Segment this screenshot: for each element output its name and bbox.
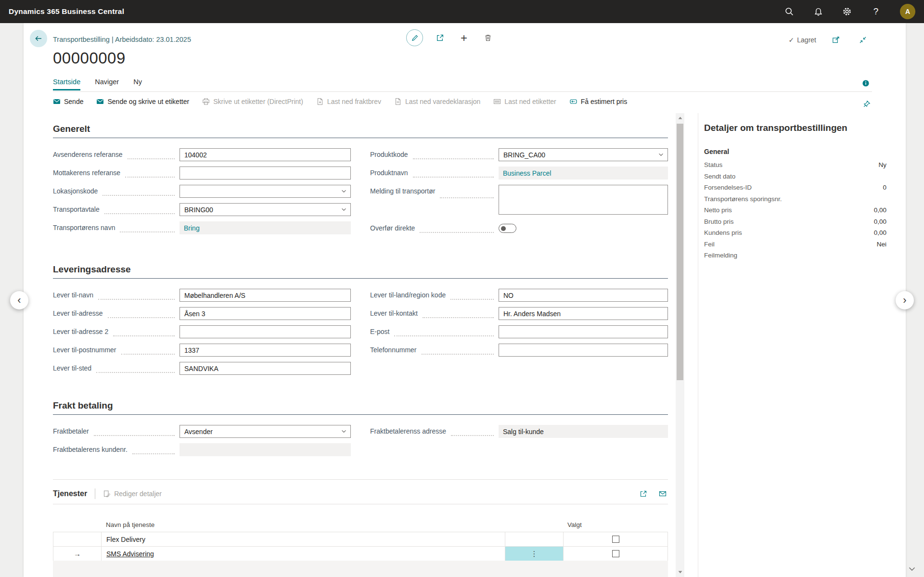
field-fraktbetalerens-kundenr: Fraktbetalerens kundenr. — [53, 443, 351, 456]
scrollbar-thumb[interactable] — [677, 124, 683, 380]
section-title-leveringsadresse: Leveringsadresse — [53, 264, 668, 275]
field-lokasjonskode: Lokasjonskode — [53, 185, 351, 198]
column-header-valgt[interactable]: Valgt — [563, 517, 668, 532]
barcode-icon — [493, 98, 501, 105]
fraktbetaler-select[interactable] — [180, 425, 351, 438]
send-print-icon — [96, 98, 104, 105]
tjenester-header: Tjenester Rediger detaljer — [53, 486, 668, 501]
info-icon[interactable] — [862, 79, 870, 87]
lever-til-adresse-input[interactable] — [180, 307, 351, 320]
lever-til-adresse-2-input[interactable] — [180, 325, 351, 338]
share-button[interactable] — [433, 31, 447, 45]
produktkode-select[interactable] — [499, 148, 668, 161]
document-icon — [394, 98, 402, 105]
checkbox-sms-advisering[interactable] — [612, 550, 619, 557]
field-avsenderens-referanse: Avsenderens referanse — [53, 148, 351, 161]
lokasjonskode-select[interactable] — [180, 185, 351, 198]
lever-til-kontakt-input[interactable] — [499, 307, 668, 320]
field-lever-til-kontakt: Lever til-kontakt — [370, 307, 668, 320]
tab-ny[interactable]: Ny — [133, 78, 142, 90]
lever-til-navn-input[interactable] — [180, 289, 351, 302]
delete-button[interactable] — [481, 31, 495, 45]
vertical-scrollbar[interactable] — [676, 113, 684, 577]
service-name-cell[interactable]: Flex Delivery — [101, 532, 505, 546]
edit-details-icon — [103, 490, 111, 498]
produktnavn-value[interactable]: Business Parcel — [499, 167, 668, 180]
service-name-link[interactable]: SMS Advisering — [106, 550, 154, 558]
field-fraktbetalerenss-adresse: Fraktbetalerenss adresse Salg til-kunde — [370, 425, 668, 438]
factbox-title: Detaljer om transportbestillingen — [704, 123, 886, 133]
action-sende[interactable]: Sende — [53, 98, 83, 105]
overfor-direkte-toggle[interactable] — [499, 224, 516, 233]
plus-icon: + — [461, 32, 467, 44]
field-lever-til-adresse: Lever til-adresse — [53, 307, 351, 320]
main-content: Generelt Avsenderens referanse Mottakere… — [24, 113, 676, 577]
field-e-post: E-post — [370, 325, 668, 338]
factbox-group-general: General — [704, 148, 886, 155]
back-button[interactable] — [30, 30, 47, 47]
next-record-button[interactable]: › — [896, 291, 914, 309]
help-icon[interactable]: ? — [871, 7, 881, 16]
section-title-frakt-betaling: Frakt betaling — [53, 400, 668, 411]
settings-gear-icon[interactable] — [842, 7, 852, 16]
detail-row-transportorens-sporingsnr: Transportørens sporingsnr. — [704, 193, 886, 205]
column-header-navn-pa-tjeneste[interactable]: Navn på tjeneste — [101, 517, 505, 532]
mail-part-button[interactable] — [657, 488, 668, 499]
ribbon-tabs: Startside Naviger Ny — [53, 78, 142, 90]
previous-record-button[interactable]: ‹ — [10, 291, 28, 309]
fraktbetalerens-kundenr-value — [180, 443, 351, 456]
tabs-divider — [53, 91, 872, 92]
action-fa-estimert-pris[interactable]: Få estimert pris — [569, 98, 627, 105]
services-table: Navn på tjeneste Valgt Flex Delivery → S… — [53, 517, 668, 577]
transportorens-navn-value[interactable]: Bring — [180, 221, 351, 234]
tab-naviger[interactable]: Naviger — [95, 78, 119, 90]
search-icon[interactable] — [784, 7, 794, 16]
lever-til-postnummer-input[interactable] — [180, 344, 351, 357]
detail-row-brutto-pris: Brutto pris 0,00 — [704, 216, 886, 228]
breadcrumb[interactable]: Transportbestilling | Arbeidsdato: 23.01… — [53, 36, 191, 43]
e-post-input[interactable] — [499, 325, 668, 338]
mottakerens-referanse-input[interactable] — [180, 167, 351, 180]
user-avatar[interactable]: A — [900, 4, 915, 19]
field-lever-til-navn: Lever til-navn — [53, 289, 351, 302]
open-window-icon — [832, 36, 840, 44]
lever-til-land-region-kode-input[interactable] — [499, 289, 668, 302]
factbox-details-panel: Detaljer om transportbestillingen Genera… — [698, 113, 906, 577]
transportavtale-select[interactable] — [180, 203, 351, 216]
field-fraktbetaler: Fraktbetaler — [53, 425, 351, 438]
telefonnummer-input[interactable] — [499, 344, 668, 357]
detail-row-status: Status Ny — [704, 159, 886, 171]
share-part-button[interactable] — [638, 488, 649, 499]
row-options-cell[interactable] — [505, 532, 563, 546]
scroll-down-arrow[interactable] — [676, 568, 684, 576]
table-empty-area — [53, 561, 668, 577]
printer-icon — [202, 98, 210, 105]
new-record-button[interactable]: + — [457, 31, 471, 45]
lever-til-sted-input[interactable] — [180, 362, 351, 375]
page-scroll-down-icon[interactable] — [909, 567, 915, 571]
field-transportavtale: Transportavtale — [53, 203, 351, 216]
section-title-generelt: Generelt — [53, 124, 668, 134]
action-last-ned-etiketter: Last ned etiketter — [493, 98, 556, 105]
fraktbetalerenss-adresse-value: Salg til-kunde — [499, 425, 668, 438]
action-bar: Sende Sende og skrive ut etiketter Skriv… — [53, 98, 627, 105]
collapse-button[interactable] — [856, 33, 870, 47]
check-icon: ✓ — [789, 36, 795, 44]
app-title: Dynamics 365 Business Central — [9, 7, 124, 16]
field-telefonnummer: Telefonnummer — [370, 344, 668, 357]
notifications-icon[interactable] — [813, 7, 823, 16]
melding-til-transportor-textarea[interactable] — [499, 185, 668, 215]
avsenderens-referanse-input[interactable] — [180, 148, 351, 161]
action-last-ned-fraktbrev: Last ned fraktbrev — [316, 98, 381, 105]
open-in-window-button[interactable] — [829, 33, 843, 47]
tab-startside[interactable]: Startside — [53, 78, 80, 90]
mail-icon — [659, 490, 667, 498]
checkbox-flex-delivery[interactable] — [612, 536, 619, 543]
pin-icon[interactable] — [863, 100, 871, 108]
action-sende-og-skrive-ut[interactable]: Sende og skrive ut etiketter — [96, 98, 189, 105]
scroll-up-arrow[interactable] — [676, 114, 684, 122]
row-options-cell-selected[interactable]: ⋮ — [505, 547, 563, 561]
edit-button[interactable] — [406, 29, 423, 46]
ellipsis-icon: ⋮ — [531, 550, 538, 558]
page-title: 00000009 — [53, 49, 126, 67]
